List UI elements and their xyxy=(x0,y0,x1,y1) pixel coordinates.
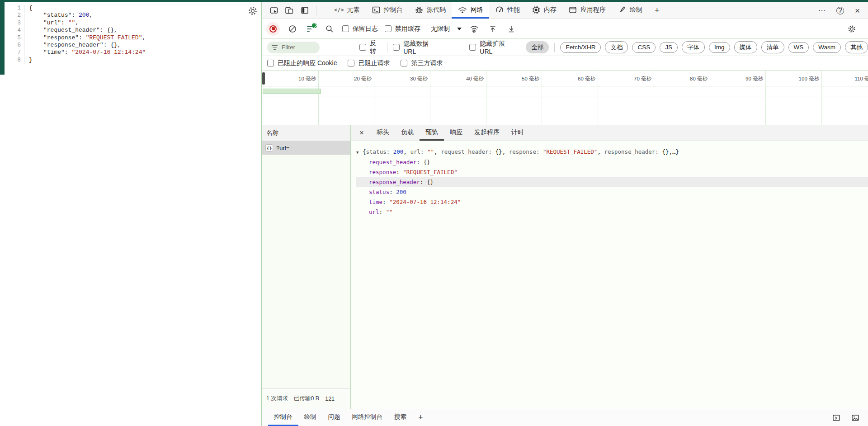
request-list: 名称 {} ?url= 1 次请求 已传输0 B 121 xyxy=(262,125,351,409)
filter-chip-doc[interactable]: 文档 xyxy=(605,41,628,53)
filter-chip-media[interactable]: 媒体 xyxy=(734,41,757,53)
tab-label: 源代码 xyxy=(427,6,446,14)
overview-lane-border xyxy=(262,96,868,96)
tab-application[interactable]: 应用程序 xyxy=(562,2,612,19)
devtools-panel: </> 元素 控制台 源代码 网络 性能 xyxy=(261,2,868,426)
checkbox-label: 禁用缓存 xyxy=(395,25,420,33)
throttling-dropdown[interactable]: 无限制 xyxy=(431,25,462,33)
tab-performance[interactable]: 性能 xyxy=(489,2,526,19)
preserve-log-checkbox[interactable]: 保留日志 xyxy=(342,25,378,33)
tab-memory[interactable]: 内存 xyxy=(526,2,562,19)
tab-draw[interactable]: 绘制 xyxy=(612,2,648,19)
line-number: 4 xyxy=(11,27,24,34)
checkbox-label: 反转 xyxy=(370,39,382,56)
timeline-scrubber-handle[interactable] xyxy=(262,72,265,85)
inspect-element-icon[interactable] xyxy=(267,4,281,17)
drawer-tab-issues[interactable]: 问题 xyxy=(322,409,346,426)
help-icon[interactable]: ? xyxy=(836,7,844,14)
checkbox-label: 第三方请求 xyxy=(411,59,443,67)
invert-filter-checkbox[interactable]: 反转 xyxy=(359,39,382,56)
filter-chip-manifest[interactable]: 清单 xyxy=(761,41,784,53)
filter-input[interactable] xyxy=(282,44,316,51)
tab-network[interactable]: 网络 xyxy=(452,2,489,19)
hide-data-urls-checkbox[interactable]: 隐藏数据 URL xyxy=(393,40,441,55)
close-details-icon[interactable]: × xyxy=(355,125,368,141)
record-network-log-button[interactable] xyxy=(266,22,280,36)
filter-chip-css[interactable]: CSS xyxy=(632,42,656,53)
checkbox-label: 保留日志 xyxy=(353,25,378,33)
tab-response[interactable]: 响应 xyxy=(444,125,468,141)
dock-side-icon[interactable] xyxy=(298,4,311,17)
chip-icon xyxy=(532,5,541,14)
preview-property-row[interactable]: url: "" xyxy=(356,207,868,217)
tab-initiator[interactable]: 发起程序 xyxy=(468,125,505,141)
filter-chip-ws[interactable]: WS xyxy=(788,42,809,53)
device-toolbar-icon[interactable] xyxy=(283,4,296,17)
preview-property-row-highlighted[interactable]: response_header: {} xyxy=(356,177,868,187)
disable-cache-checkbox[interactable]: 禁用缓存 xyxy=(385,25,420,33)
name-column-header[interactable]: 名称 xyxy=(262,125,350,141)
filter-chip-img[interactable]: Img xyxy=(709,42,730,53)
blocked-response-cookies-checkbox[interactable]: 已阻止的响应 Cookie xyxy=(267,59,337,67)
drawer-tab-draw[interactable]: 绘制 xyxy=(298,409,322,426)
filter-chip-all[interactable]: 全部 xyxy=(526,41,549,53)
json-line: 4"request_header": {}, xyxy=(11,27,146,34)
time-tick-label: 100 毫秒 xyxy=(768,76,819,83)
preview-property-row[interactable]: request_header: {} xyxy=(356,157,868,167)
gridline xyxy=(318,71,319,125)
request-count: 1 次请求 xyxy=(266,395,288,402)
hide-extension-urls-checkbox[interactable]: 隐藏扩展 URL xyxy=(469,40,518,55)
filter-chip-font[interactable]: 字体 xyxy=(682,41,705,53)
clear-network-log-icon[interactable] xyxy=(287,23,298,35)
tab-preview[interactable]: 预览 xyxy=(420,125,444,141)
tab-elements[interactable]: </> 元素 xyxy=(328,2,366,19)
expand-triangle-icon[interactable]: ▼ xyxy=(356,147,363,157)
tab-timing[interactable]: 计时 xyxy=(505,125,530,141)
gridline xyxy=(542,71,542,125)
screenshot-icon[interactable] xyxy=(850,412,861,423)
preview-root-line[interactable]: ▼{status: 200, url: "", request_header: … xyxy=(356,147,868,157)
gridline xyxy=(486,71,486,125)
json-document: 1{ 2"status": 200, 3"url": "", 4"request… xyxy=(11,5,146,64)
checkbox xyxy=(401,60,407,66)
preview-property-row[interactable]: status: 200 xyxy=(356,187,868,197)
drawer-tab-console[interactable]: 控制台 xyxy=(268,409,298,426)
tab-console[interactable]: 控制台 xyxy=(366,2,409,19)
tab-payload[interactable]: 负载 xyxy=(395,125,420,141)
filter-chip-fetch-xhr[interactable]: Fetch/XHR xyxy=(560,42,601,53)
network-summary-bar: 1 次请求 已传输0 B 121 xyxy=(262,388,350,409)
filter-chip-wasm[interactable]: Wasm xyxy=(813,42,841,53)
import-har-icon[interactable] xyxy=(487,23,499,35)
gridline xyxy=(654,71,654,125)
gear-icon[interactable] xyxy=(248,6,258,16)
request-row-selected[interactable]: {} ?url= xyxy=(262,141,350,155)
add-tab-button[interactable]: + xyxy=(648,2,666,19)
tab-label: 性能 xyxy=(507,6,520,14)
toolbar-separator xyxy=(316,5,316,15)
tab-headers[interactable]: 标头 xyxy=(371,125,395,141)
filter-chip-other[interactable]: 其他 xyxy=(845,41,868,53)
third-party-requests-checkbox[interactable]: 第三方请求 xyxy=(401,59,443,67)
json-line: 6"response_header": {}, xyxy=(11,42,146,49)
drawer-tab-network-console[interactable]: 网络控制台 xyxy=(346,409,389,426)
filter-input-pill[interactable] xyxy=(267,42,320,53)
network-conditions-icon[interactable] xyxy=(468,23,480,35)
preview-property-row[interactable]: response: "REQUEST_FAILED" xyxy=(356,167,868,177)
add-drawer-tab-button[interactable]: + xyxy=(412,413,429,422)
close-devtools-icon[interactable]: × xyxy=(855,6,860,15)
preview-property-row[interactable]: time: "2024-07-16 12:14:24" xyxy=(356,197,868,207)
quick-view-icon[interactable] xyxy=(831,412,842,423)
filter-toggle-icon[interactable] xyxy=(305,23,317,35)
filter-chip-js[interactable]: JS xyxy=(660,42,678,53)
drawer-tab-search[interactable]: 搜索 xyxy=(388,409,412,426)
drawer-toolbar: 控制台 绘制 问题 网络控制台 搜索 + xyxy=(262,409,868,426)
more-options-icon[interactable]: ··· xyxy=(818,7,826,14)
network-settings-gear-icon[interactable] xyxy=(847,24,856,33)
export-har-icon[interactable] xyxy=(505,23,517,35)
blocked-requests-checkbox[interactable]: 已阻止请求 xyxy=(348,59,390,67)
overview-activity-bar[interactable] xyxy=(263,89,321,94)
tab-sources[interactable]: 源代码 xyxy=(409,2,452,19)
paintbrush-icon xyxy=(618,5,627,14)
devtools-tabs: </> 元素 控制台 源代码 网络 性能 xyxy=(328,2,666,19)
search-icon[interactable] xyxy=(324,23,335,35)
